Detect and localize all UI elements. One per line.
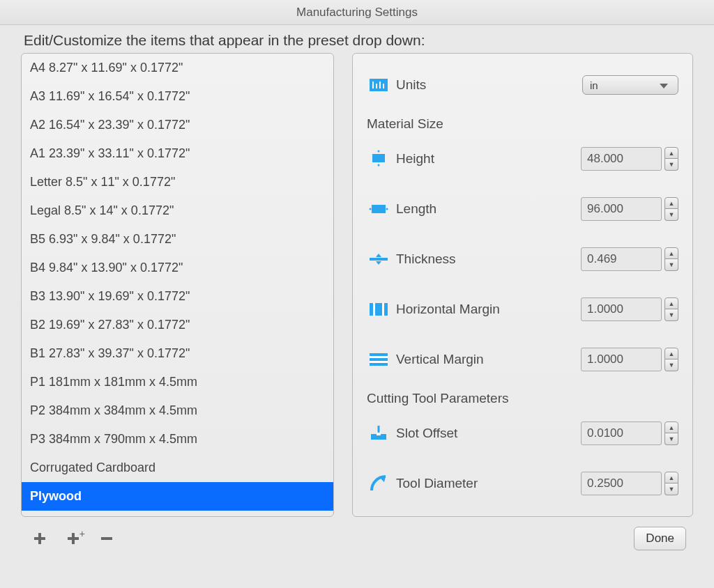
- preset-row[interactable]: P1 181mm x 181mm x 4.5mm: [22, 368, 333, 396]
- preset-row[interactable]: A3 11.69" x 16.54" x 0.1772": [22, 82, 333, 111]
- vmargin-row: Vertical Margin ▲▼: [367, 341, 678, 378]
- plus-mini-icon: +: [79, 528, 85, 539]
- svg-rect-5: [372, 154, 385, 162]
- length-icon: [367, 203, 390, 215]
- tooldiam-input[interactable]: [581, 472, 662, 495]
- thickness-input[interactable]: [581, 247, 662, 271]
- preset-row[interactable]: B5 6.93" x 9.84" x 0.1772": [22, 225, 333, 254]
- svg-rect-0: [370, 79, 388, 91]
- chevron-down-icon: [660, 84, 668, 88]
- hmargin-label: Horizontal Margin: [390, 302, 581, 317]
- thickness-stepper[interactable]: ▲▼: [664, 247, 678, 271]
- slot-row: Slot Offset ▲▼: [367, 415, 678, 452]
- height-input[interactable]: [581, 147, 662, 171]
- preset-row[interactable]: Plywood: [22, 482, 333, 511]
- vmargin-icon: [367, 353, 390, 366]
- length-stepper[interactable]: ▲▼: [664, 197, 678, 221]
- vmargin-stepper[interactable]: ▲▼: [664, 348, 678, 371]
- height-label: Height: [390, 151, 581, 167]
- units-select[interactable]: in: [582, 75, 678, 95]
- preset-row[interactable]: B2 19.69" x 27.83" x 0.1772": [22, 311, 333, 339]
- window-title: Manufacturing Settings: [0, 0, 714, 25]
- hmargin-icon: [367, 303, 390, 316]
- svg-rect-15: [373, 303, 375, 316]
- hmargin-input[interactable]: [581, 297, 662, 321]
- preset-row[interactable]: A4 8.27" x 11.69" x 0.1772": [22, 54, 333, 82]
- svg-rect-8: [372, 205, 386, 213]
- tooldiam-label: Tool Diameter: [390, 476, 581, 491]
- length-row: Length ▲▼: [367, 190, 678, 228]
- thickness-icon: [367, 254, 390, 265]
- slot-label: Slot Offset: [390, 426, 581, 441]
- add-preset-button[interactable]: [28, 527, 52, 550]
- hmargin-stepper[interactable]: ▲▼: [664, 297, 678, 321]
- svg-rect-17: [370, 353, 388, 366]
- remove-preset-button[interactable]: [95, 527, 119, 550]
- preset-row[interactable]: Corrugated Cardboard: [22, 454, 333, 482]
- preset-row[interactable]: Letter 8.5" x 11" x 0.1772": [22, 168, 333, 196]
- units-label: Units: [390, 77, 582, 93]
- height-stepper[interactable]: ▲▼: [664, 147, 678, 171]
- preset-row[interactable]: B4 9.84" x 13.90" x 0.1772": [22, 254, 333, 282]
- preset-row[interactable]: A2 16.54" x 23.39" x 0.1772": [22, 111, 333, 139]
- preset-row[interactable]: B1 27.83" x 39.37" x 0.1772": [22, 339, 333, 368]
- units-row: Units in: [367, 66, 678, 104]
- subtitle-text: Edit/Customize the items that appear in …: [0, 25, 714, 53]
- duplicate-preset-button[interactable]: +: [61, 527, 85, 550]
- svg-rect-19: [370, 361, 388, 363]
- cutting-tool-heading: Cutting Tool Parameters: [367, 391, 678, 406]
- material-size-heading: Material Size: [367, 116, 678, 132]
- preset-row[interactable]: Legal 8.5" x 14" x 0.1772": [22, 196, 333, 225]
- svg-point-10: [386, 208, 388, 210]
- units-value: in: [590, 79, 598, 91]
- svg-point-9: [370, 208, 372, 210]
- tool-diameter-icon: [367, 475, 390, 492]
- height-row: Height ▲▼: [367, 140, 678, 178]
- thickness-label: Thickness: [390, 252, 581, 267]
- svg-marker-12: [376, 254, 381, 257]
- vmargin-label: Vertical Margin: [390, 352, 581, 367]
- thickness-row: Thickness ▲▼: [367, 240, 678, 278]
- slot-input[interactable]: [581, 421, 662, 445]
- svg-point-6: [378, 164, 380, 167]
- tooldiam-stepper[interactable]: ▲▼: [664, 472, 678, 495]
- units-icon: [367, 79, 390, 91]
- slot-offset-icon: [367, 426, 390, 441]
- svg-rect-11: [370, 258, 388, 261]
- svg-rect-18: [370, 356, 388, 358]
- svg-rect-16: [382, 303, 384, 316]
- done-button[interactable]: Done: [634, 527, 686, 550]
- preset-list[interactable]: A4 8.27" x 11.69" x 0.1772"A3 11.69" x 1…: [21, 53, 334, 517]
- footer-toolbar: + Done: [0, 517, 714, 550]
- vmargin-input[interactable]: [581, 348, 662, 371]
- preset-row[interactable]: P3 384mm x 790mm x 4.5mm: [22, 425, 333, 454]
- preset-row[interactable]: P2 384mm x 384mm x 4.5mm: [22, 396, 333, 425]
- length-input[interactable]: [581, 197, 662, 221]
- svg-rect-14: [370, 303, 388, 316]
- height-icon: [367, 150, 390, 168]
- detail-panel: Units in Material Size Height ▲▼: [352, 53, 693, 517]
- hmargin-row: Horizontal Margin ▲▼: [367, 291, 678, 328]
- slot-stepper[interactable]: ▲▼: [664, 421, 678, 445]
- preset-row[interactable]: A1 23.39" x 33.11" x 0.1772": [22, 139, 333, 168]
- length-label: Length: [390, 201, 581, 217]
- svg-point-7: [378, 150, 380, 153]
- svg-marker-13: [376, 261, 381, 265]
- preset-row[interactable]: B3 13.90" x 19.69" x 0.1772": [22, 282, 333, 311]
- tooldiam-row: Tool Diameter ▲▼: [367, 465, 678, 502]
